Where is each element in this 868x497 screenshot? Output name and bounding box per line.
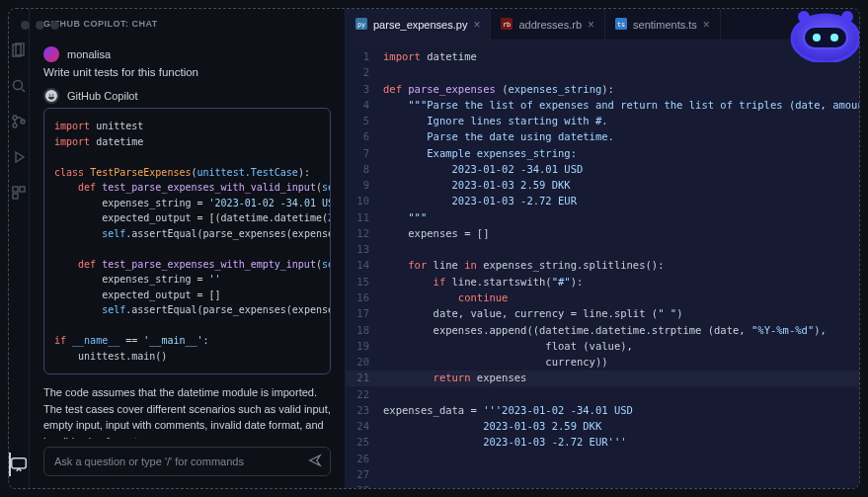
tab-label: sentiments.ts bbox=[633, 19, 697, 31]
assistant-explanation: The code assumes that the datetime modul… bbox=[43, 384, 331, 439]
code-area[interactable]: import datetime def parse_expenses (expe… bbox=[377, 41, 860, 488]
file-icon: rb bbox=[501, 18, 513, 32]
activity-bar bbox=[9, 9, 30, 488]
svg-point-22 bbox=[798, 11, 810, 23]
window-dot-min-icon[interactable] bbox=[36, 21, 44, 30]
activity-chat-icon[interactable] bbox=[9, 455, 29, 474]
copilot-avatar-icon bbox=[43, 88, 59, 104]
tab-addresses.rb[interactable]: rb addresses.rb × bbox=[491, 9, 605, 40]
close-icon[interactable]: × bbox=[588, 19, 594, 31]
activity-extensions-icon[interactable] bbox=[9, 183, 29, 203]
activity-debug-icon[interactable] bbox=[9, 147, 29, 167]
svg-point-23 bbox=[841, 11, 853, 23]
chat-input[interactable] bbox=[54, 456, 308, 467]
user-avatar bbox=[43, 46, 59, 62]
activity-search-icon[interactable] bbox=[9, 76, 29, 96]
svg-rect-8 bbox=[13, 187, 18, 192]
chat-panel: GITHUB COPILOT: CHAT monalisa Write unit… bbox=[30, 9, 346, 488]
window-dot-max-icon[interactable] bbox=[50, 21, 59, 30]
svg-rect-19 bbox=[804, 27, 847, 48]
window-dot-close-icon[interactable] bbox=[21, 21, 30, 30]
svg-text:rb: rb bbox=[503, 21, 511, 29]
svg-marker-7 bbox=[16, 152, 24, 162]
tab-parse_expenses.py[interactable]: py parse_expenses.py × bbox=[346, 9, 491, 40]
user-name: monalisa bbox=[67, 48, 111, 60]
svg-point-21 bbox=[830, 34, 838, 41]
svg-rect-11 bbox=[12, 458, 27, 468]
tab-sentiments.ts[interactable]: ts sentiments.ts × bbox=[605, 9, 721, 40]
activity-git-icon[interactable] bbox=[9, 112, 29, 131]
window-controls[interactable] bbox=[21, 21, 59, 30]
editor-body[interactable]: 1 2 3 4 5 6 7 8 9 10 11 12 13 14 15 16 1… bbox=[346, 41, 860, 488]
close-icon[interactable]: × bbox=[703, 19, 710, 31]
svg-point-4 bbox=[13, 116, 17, 120]
svg-text:py: py bbox=[357, 21, 365, 29]
svg-rect-10 bbox=[13, 194, 18, 199]
svg-rect-0 bbox=[13, 44, 21, 56]
file-icon: py bbox=[355, 18, 367, 32]
svg-text:ts: ts bbox=[617, 21, 625, 29]
code-editor: py parse_expenses.py × rb addresses.rb ×… bbox=[346, 9, 860, 488]
user-message: Write unit tests for this function bbox=[43, 66, 331, 78]
file-icon: ts bbox=[615, 18, 627, 32]
svg-rect-1 bbox=[16, 43, 24, 55]
chat-panel-title: GITHUB COPILOT: CHAT bbox=[30, 9, 345, 37]
activity-files-icon[interactable] bbox=[9, 41, 29, 60]
send-icon[interactable] bbox=[308, 454, 322, 469]
copilot-mascot-icon bbox=[782, 8, 860, 62]
tab-label: parse_expenses.py bbox=[373, 19, 467, 31]
svg-rect-9 bbox=[20, 187, 25, 192]
svg-point-5 bbox=[13, 124, 17, 127]
suggested-code-block[interactable]: import unittest import datetime class Te… bbox=[43, 108, 331, 374]
chat-input-container bbox=[43, 447, 331, 476]
svg-line-3 bbox=[22, 89, 25, 92]
assistant-name: GitHub Copilot bbox=[67, 90, 138, 102]
close-icon[interactable]: × bbox=[473, 19, 480, 31]
line-gutter: 1 2 3 4 5 6 7 8 9 10 11 12 13 14 15 16 1… bbox=[346, 41, 377, 488]
svg-point-2 bbox=[14, 81, 23, 90]
svg-point-20 bbox=[813, 34, 821, 41]
tab-label: addresses.rb bbox=[518, 19, 582, 31]
